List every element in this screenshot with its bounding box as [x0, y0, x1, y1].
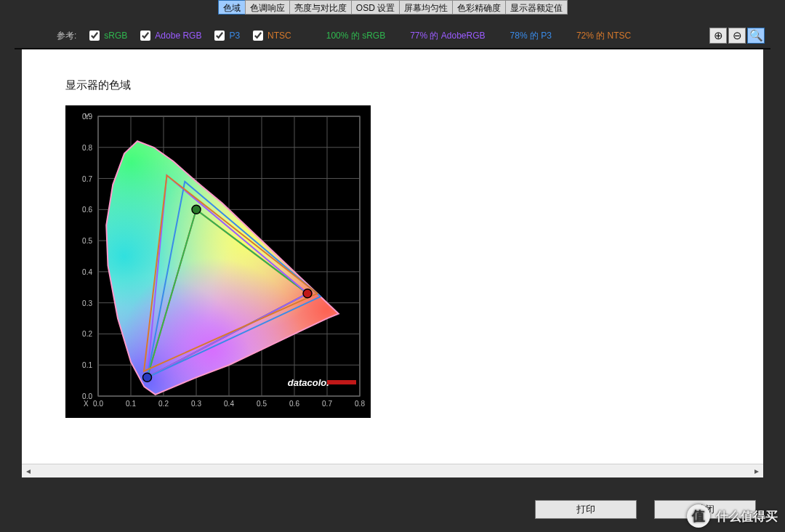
svg-text:0.7: 0.7 — [322, 400, 332, 408]
quit-button[interactable]: 关闭 — [654, 500, 756, 519]
zoom-tools: ⊕ ⊖ 🔍 — [709, 28, 765, 44]
zoom-fit-icon: 🔍 — [749, 29, 763, 42]
ref-checkbox-adobergb-label: Adobe RGB — [155, 31, 201, 41]
content-panel: 显示器的色域 0.00.10.20.30.40.50.60.70.80.00.1… — [22, 49, 763, 477]
svg-text:0.5: 0.5 — [257, 400, 267, 408]
svg-text:0.4: 0.4 — [224, 400, 234, 408]
reference-toolbar: 参考: sRGB Adobe RGB P3 NTSC 100% 的 sRGB 7… — [15, 23, 770, 49]
ref-checkbox-ntsc-input[interactable] — [253, 31, 263, 41]
tab-rating[interactable]: 显示器额定值 — [505, 0, 568, 15]
ref-checkbox-p3-label: P3 — [229, 31, 240, 41]
zoom-in-icon: ⊕ — [714, 29, 723, 42]
coverage-p3: 78% 的 P3 — [510, 30, 552, 42]
ref-checkbox-adobergb-input[interactable] — [140, 31, 150, 41]
coverage-ntsc: 72% 的 NTSC — [576, 30, 631, 42]
tab-luminance[interactable]: 亮度与对比度 — [289, 0, 352, 15]
ref-checkbox-adobergb[interactable]: Adobe RGB — [140, 31, 201, 41]
horizontal-scrollbar[interactable]: ◂ ▸ — [22, 464, 763, 477]
coverage-adobergb: 77% 的 AdobeRGB — [410, 30, 485, 42]
ref-checkbox-ntsc-label: NTSC — [267, 31, 291, 41]
svg-text:datacolor: datacolor — [288, 377, 331, 388]
svg-text:0.1: 0.1 — [126, 400, 136, 408]
coverage-srgb: 100% 的 sRGB — [326, 30, 385, 42]
svg-point-33 — [192, 205, 201, 214]
svg-point-32 — [303, 289, 312, 298]
ref-checkbox-p3[interactable]: P3 — [214, 31, 240, 41]
svg-text:0.8: 0.8 — [355, 400, 365, 408]
svg-text:0.8: 0.8 — [82, 144, 92, 152]
tab-gamut[interactable]: 色域 — [218, 0, 246, 15]
gamut-chart-svg: 0.00.10.20.30.40.50.60.70.80.00.10.20.30… — [65, 105, 371, 418]
zoom-fit-button[interactable]: 🔍 — [747, 28, 765, 44]
zoom-in-button[interactable]: ⊕ — [709, 28, 727, 44]
ref-checkbox-ntsc[interactable]: NTSC — [253, 31, 291, 41]
svg-text:0.3: 0.3 — [191, 400, 201, 408]
bottom-bar: 打印 关闭 — [0, 499, 785, 520]
svg-text:X: X — [84, 400, 89, 408]
tab-bar: 色域色调响应亮度与对比度OSD 设置屏幕均匀性色彩精确度显示器额定值 — [0, 0, 785, 16]
scroll-left-icon[interactable]: ◂ — [22, 464, 35, 477]
svg-text:0.7: 0.7 — [82, 175, 92, 183]
reference-label: 参考: — [57, 30, 76, 42]
tab-osd[interactable]: OSD 设置 — [351, 0, 400, 15]
svg-text:0.1: 0.1 — [82, 361, 92, 369]
zoom-out-icon: ⊖ — [733, 29, 742, 42]
ref-checkbox-srgb-label: sRGB — [104, 31, 127, 41]
tab-accuracy[interactable]: 色彩精确度 — [452, 0, 506, 15]
svg-text:0.5: 0.5 — [82, 237, 92, 245]
svg-text:0.6: 0.6 — [82, 206, 92, 214]
svg-text:0.2: 0.2 — [82, 330, 92, 338]
tab-tone[interactable]: 色调响应 — [245, 0, 290, 15]
zoom-out-button[interactable]: ⊖ — [728, 28, 746, 44]
svg-text:0.2: 0.2 — [158, 400, 169, 408]
scroll-right-icon[interactable]: ▸ — [750, 464, 763, 477]
svg-text:0.3: 0.3 — [82, 299, 92, 307]
ref-checkbox-p3-input[interactable] — [214, 31, 225, 41]
svg-point-34 — [143, 373, 152, 382]
chart-title: 显示器的色域 — [65, 78, 720, 92]
svg-rect-57 — [327, 380, 356, 384]
tab-uniformity[interactable]: 屏幕均匀性 — [399, 0, 453, 15]
ref-checkbox-srgb[interactable]: sRGB — [89, 31, 127, 41]
print-button[interactable]: 打印 — [535, 500, 637, 519]
svg-text:Y: Y — [84, 113, 89, 121]
gamut-chart: 0.00.10.20.30.40.50.60.70.80.00.10.20.30… — [65, 105, 371, 418]
svg-text:0.6: 0.6 — [289, 400, 299, 408]
ref-checkbox-srgb-input[interactable] — [89, 31, 100, 41]
svg-text:0.4: 0.4 — [82, 268, 92, 276]
svg-text:0.0: 0.0 — [93, 400, 103, 408]
